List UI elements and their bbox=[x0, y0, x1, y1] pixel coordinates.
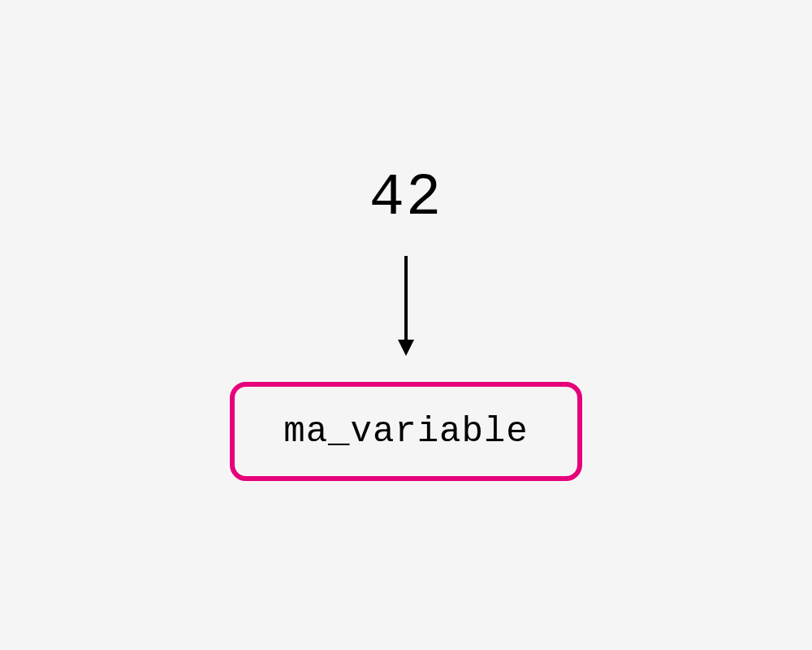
value-literal: 42 bbox=[369, 169, 443, 228]
svg-marker-1 bbox=[398, 340, 414, 356]
assignment-arrow bbox=[394, 252, 418, 358]
variable-name-label: ma_variable bbox=[283, 411, 528, 452]
arrow-down-icon bbox=[394, 252, 418, 358]
variable-box: ma_variable bbox=[230, 382, 581, 481]
